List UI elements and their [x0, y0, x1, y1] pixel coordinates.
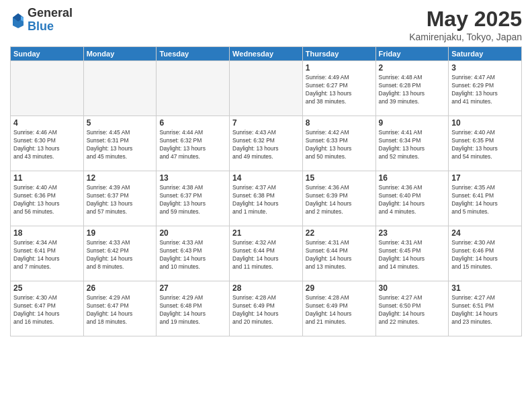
calendar-cell: 3Sunrise: 4:47 AM Sunset: 6:29 PM Daylig… [449, 61, 522, 116]
calendar-cell: 26Sunrise: 4:29 AM Sunset: 6:47 PM Dayli… [83, 281, 157, 336]
day-info: Sunrise: 4:39 AM Sunset: 6:37 PM Dayligh… [87, 184, 154, 216]
calendar-cell: 11Sunrise: 4:40 AM Sunset: 6:36 PM Dayli… [11, 171, 84, 226]
week-row-5: 25Sunrise: 4:30 AM Sunset: 6:47 PM Dayli… [11, 281, 522, 336]
day-info: Sunrise: 4:31 AM Sunset: 6:45 PM Dayligh… [379, 239, 446, 271]
day-info: Sunrise: 4:45 AM Sunset: 6:31 PM Dayligh… [87, 129, 154, 161]
day-info: Sunrise: 4:32 AM Sunset: 6:44 PM Dayligh… [232, 239, 300, 271]
calendar-cell: 18Sunrise: 4:34 AM Sunset: 6:41 PM Dayli… [11, 226, 84, 281]
calendar-cell: 22Sunrise: 4:31 AM Sunset: 6:44 PM Dayli… [302, 226, 375, 281]
day-info: Sunrise: 4:29 AM Sunset: 6:48 PM Dayligh… [159, 294, 226, 326]
calendar-cell: 20Sunrise: 4:33 AM Sunset: 6:43 PM Dayli… [157, 226, 230, 281]
day-number: 13 [159, 173, 226, 183]
calendar-cell: 27Sunrise: 4:29 AM Sunset: 6:48 PM Dayli… [157, 281, 230, 336]
day-info: Sunrise: 4:36 AM Sunset: 6:39 PM Dayligh… [306, 184, 373, 216]
calendar-cell: 19Sunrise: 4:33 AM Sunset: 6:42 PM Dayli… [83, 226, 157, 281]
calendar-cell: 6Sunrise: 4:44 AM Sunset: 6:32 PM Daylig… [157, 116, 230, 171]
day-number: 9 [379, 118, 446, 128]
day-info: Sunrise: 4:41 AM Sunset: 6:34 PM Dayligh… [379, 129, 446, 161]
day-info: Sunrise: 4:38 AM Sunset: 6:37 PM Dayligh… [159, 184, 226, 216]
day-info: Sunrise: 4:33 AM Sunset: 6:42 PM Dayligh… [87, 239, 154, 271]
header-thursday: Thursday [302, 47, 375, 61]
day-info: Sunrise: 4:27 AM Sunset: 6:50 PM Dayligh… [379, 294, 446, 326]
day-number: 24 [451, 228, 519, 238]
week-row-4: 18Sunrise: 4:34 AM Sunset: 6:41 PM Dayli… [11, 226, 522, 281]
month-title: May 2025 [409, 7, 522, 32]
calendar-cell: 13Sunrise: 4:38 AM Sunset: 6:37 PM Dayli… [157, 171, 230, 226]
header-tuesday: Tuesday [157, 47, 230, 61]
day-number: 4 [13, 118, 81, 128]
day-number: 26 [87, 283, 154, 293]
calendar-cell: 25Sunrise: 4:30 AM Sunset: 6:47 PM Dayli… [11, 281, 84, 336]
header-saturday: Saturday [449, 47, 522, 61]
day-number: 17 [451, 173, 519, 183]
day-number: 27 [159, 283, 226, 293]
day-number: 15 [306, 173, 373, 183]
day-info: Sunrise: 4:33 AM Sunset: 6:43 PM Dayligh… [159, 239, 226, 271]
weekday-header-row: Sunday Monday Tuesday Wednesday Thursday… [11, 47, 522, 61]
day-info: Sunrise: 4:48 AM Sunset: 6:28 PM Dayligh… [379, 74, 446, 106]
day-info: Sunrise: 4:36 AM Sunset: 6:40 PM Dayligh… [379, 184, 446, 216]
day-number: 1 [306, 63, 373, 73]
calendar-cell: 28Sunrise: 4:28 AM Sunset: 6:49 PM Dayli… [230, 281, 303, 336]
day-number: 3 [451, 63, 519, 73]
calendar-cell: 17Sunrise: 4:35 AM Sunset: 6:41 PM Dayli… [449, 171, 522, 226]
logo-icon [11, 12, 25, 28]
location: Kamirenjaku, Tokyo, Japan [409, 32, 522, 42]
day-info: Sunrise: 4:42 AM Sunset: 6:33 PM Dayligh… [306, 129, 373, 161]
day-number: 31 [451, 283, 519, 293]
page: General Blue May 2025 Kamirenjaku, Tokyo… [0, 0, 532, 411]
day-info: Sunrise: 4:49 AM Sunset: 6:27 PM Dayligh… [306, 74, 373, 106]
calendar-cell: 14Sunrise: 4:37 AM Sunset: 6:38 PM Dayli… [230, 171, 303, 226]
calendar-cell: 16Sunrise: 4:36 AM Sunset: 6:40 PM Dayli… [375, 171, 449, 226]
day-info: Sunrise: 4:47 AM Sunset: 6:29 PM Dayligh… [451, 74, 519, 106]
day-number: 5 [87, 118, 154, 128]
day-number: 7 [232, 118, 300, 128]
calendar-cell [157, 61, 230, 116]
day-number: 14 [232, 173, 300, 183]
week-row-3: 11Sunrise: 4:40 AM Sunset: 6:36 PM Dayli… [11, 171, 522, 226]
logo-text: General Blue [28, 7, 73, 34]
day-info: Sunrise: 4:30 AM Sunset: 6:47 PM Dayligh… [13, 294, 81, 326]
day-info: Sunrise: 4:29 AM Sunset: 6:47 PM Dayligh… [87, 294, 154, 326]
day-info: Sunrise: 4:37 AM Sunset: 6:38 PM Dayligh… [232, 184, 300, 216]
logo: General Blue [10, 7, 73, 34]
day-number: 22 [306, 228, 373, 238]
week-row-1: 1Sunrise: 4:49 AM Sunset: 6:27 PM Daylig… [11, 61, 522, 116]
day-info: Sunrise: 4:27 AM Sunset: 6:51 PM Dayligh… [451, 294, 519, 326]
calendar: Sunday Monday Tuesday Wednesday Thursday… [10, 46, 522, 336]
day-info: Sunrise: 4:34 AM Sunset: 6:41 PM Dayligh… [13, 239, 81, 271]
day-number: 2 [379, 63, 446, 73]
header-friday: Friday [375, 47, 449, 61]
calendar-cell: 29Sunrise: 4:28 AM Sunset: 6:49 PM Dayli… [302, 281, 375, 336]
title-area: May 2025 Kamirenjaku, Tokyo, Japan [409, 7, 522, 42]
calendar-cell [83, 61, 157, 116]
calendar-cell: 23Sunrise: 4:31 AM Sunset: 6:45 PM Dayli… [375, 226, 449, 281]
day-number: 11 [13, 173, 81, 183]
day-info: Sunrise: 4:28 AM Sunset: 6:49 PM Dayligh… [306, 294, 373, 326]
day-number: 16 [379, 173, 446, 183]
day-number: 23 [379, 228, 446, 238]
day-number: 29 [306, 283, 373, 293]
day-number: 18 [13, 228, 81, 238]
day-info: Sunrise: 4:40 AM Sunset: 6:36 PM Dayligh… [13, 184, 81, 216]
day-number: 8 [306, 118, 373, 128]
logo-blue: Blue [28, 20, 73, 34]
calendar-cell: 21Sunrise: 4:32 AM Sunset: 6:44 PM Dayli… [230, 226, 303, 281]
logo-general: General [28, 7, 73, 20]
calendar-cell: 9Sunrise: 4:41 AM Sunset: 6:34 PM Daylig… [375, 116, 449, 171]
calendar-cell: 12Sunrise: 4:39 AM Sunset: 6:37 PM Dayli… [83, 171, 157, 226]
day-number: 12 [87, 173, 154, 183]
day-info: Sunrise: 4:28 AM Sunset: 6:49 PM Dayligh… [232, 294, 300, 326]
day-info: Sunrise: 4:35 AM Sunset: 6:41 PM Dayligh… [451, 184, 519, 216]
day-number: 19 [87, 228, 154, 238]
day-info: Sunrise: 4:30 AM Sunset: 6:46 PM Dayligh… [451, 239, 519, 271]
calendar-cell [230, 61, 303, 116]
day-info: Sunrise: 4:31 AM Sunset: 6:44 PM Dayligh… [306, 239, 373, 271]
day-info: Sunrise: 4:44 AM Sunset: 6:32 PM Dayligh… [159, 129, 226, 161]
calendar-cell [11, 61, 84, 116]
day-number: 21 [232, 228, 300, 238]
calendar-cell: 7Sunrise: 4:43 AM Sunset: 6:32 PM Daylig… [230, 116, 303, 171]
header-wednesday: Wednesday [230, 47, 303, 61]
day-info: Sunrise: 4:46 AM Sunset: 6:30 PM Dayligh… [13, 129, 81, 161]
header: General Blue May 2025 Kamirenjaku, Tokyo… [10, 7, 522, 42]
